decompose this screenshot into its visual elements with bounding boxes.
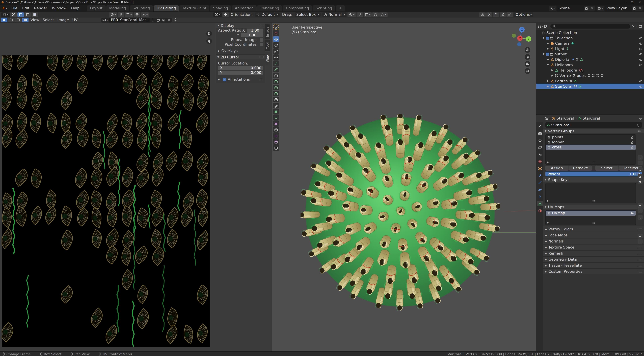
add-workspace-button[interactable]: + bbox=[336, 5, 345, 11]
panel-face-maps[interactable]: ▶Face Maps∷∷ bbox=[544, 232, 644, 238]
pixel-coords-checkbox[interactable] bbox=[260, 43, 263, 46]
uv-snap-target-icon[interactable]: ▾ bbox=[125, 13, 133, 17]
workspace-tab-compositing[interactable]: Compositing bbox=[283, 5, 312, 11]
outliner-row-porites[interactable]: ▶Porites bbox=[536, 78, 644, 84]
aspect-y-field[interactable]: 1.00 bbox=[241, 33, 263, 37]
uv-sidebar-tab-image[interactable]: Image bbox=[265, 24, 270, 40]
breadcrumb-data-name[interactable]: StarCoral bbox=[582, 116, 600, 120]
image-unlink-icon[interactable]: ✕ bbox=[166, 18, 172, 22]
outliner-row-camera[interactable]: ▶Camera bbox=[536, 41, 644, 46]
uv-select-new-icon[interactable] bbox=[17, 13, 24, 17]
uv-pan-icon[interactable] bbox=[206, 38, 212, 44]
outliner-row-heliopora[interactable]: ▼Heliopora bbox=[536, 62, 644, 68]
uv-menu-select[interactable]: Select bbox=[41, 18, 56, 22]
cursor-y-field[interactable]: Y0.000 bbox=[218, 71, 263, 75]
viewport-zoom-icon[interactable] bbox=[524, 47, 530, 53]
tool-scale[interactable] bbox=[273, 48, 279, 54]
remove-button[interactable]: Remove bbox=[569, 165, 592, 170]
tool-measure[interactable] bbox=[273, 67, 279, 72]
minimize-button[interactable]: ─ bbox=[621, 0, 628, 5]
options-dropdown[interactable]: Options▾ bbox=[514, 13, 533, 17]
move-group-up-button[interactable]: ▲ bbox=[638, 174, 643, 179]
properties-tab-physics[interactable] bbox=[536, 187, 543, 192]
new-scene-icon[interactable] bbox=[584, 6, 590, 10]
tool-rip-region[interactable] bbox=[273, 145, 279, 151]
image-new-icon[interactable] bbox=[156, 18, 161, 22]
uv-edge-mode-button[interactable] bbox=[15, 18, 22, 22]
uv-select-subtract-icon[interactable] bbox=[31, 13, 38, 17]
properties-tab-object[interactable] bbox=[536, 166, 543, 171]
vp-falloff-icon[interactable]: ▾ bbox=[380, 13, 388, 17]
properties-tab-scene[interactable] bbox=[536, 152, 543, 157]
vertex-group-row-points[interactable]: points bbox=[546, 135, 636, 140]
weight-slider[interactable]: Weight 1.000 bbox=[546, 172, 642, 176]
outliner-row-light[interactable]: ▶Light bbox=[536, 46, 644, 51]
outliner-search-input[interactable] bbox=[550, 24, 630, 28]
transform-pivot-dropdown[interactable]: Normal▾ bbox=[322, 13, 347, 17]
workspace-tab-shading[interactable]: Shading bbox=[210, 5, 231, 11]
image-browse-icon[interactable]: ▾ bbox=[101, 18, 109, 22]
aspect-x-field[interactable]: 1.00 bbox=[247, 28, 263, 32]
properties-tab-render[interactable] bbox=[536, 131, 543, 136]
mesh-name-field[interactable]: ▾ StarCoral bbox=[546, 122, 642, 128]
outliner-row-collection[interactable]: ▼✓Collection bbox=[536, 35, 644, 41]
uv-menu-image[interactable]: Image bbox=[56, 18, 70, 22]
tool-knife[interactable] bbox=[273, 103, 279, 108]
uv-pivot-icon[interactable]: ▾ bbox=[109, 13, 117, 17]
shape-key-specials-button[interactable]: ⌄ bbox=[638, 215, 643, 220]
add-vertex-group-button[interactable]: + bbox=[638, 155, 643, 160]
viewport-pan-icon[interactable] bbox=[524, 54, 530, 60]
vp-pivot-icon[interactable]: ▾ bbox=[348, 13, 356, 17]
outliner-row-heliopora[interactable]: ▶Heliopora3 bbox=[536, 68, 644, 73]
tool-edge-slide[interactable] bbox=[273, 127, 279, 133]
vertex-group-row-cross[interactable]: cross bbox=[546, 145, 636, 150]
workspace-tab-animation[interactable]: Animation bbox=[232, 5, 256, 11]
navigation-gizmo[interactable]: Z X Y bbox=[510, 26, 531, 46]
remove-view-layer-icon[interactable]: ✕ bbox=[638, 6, 643, 11]
properties-tab-material[interactable] bbox=[536, 208, 543, 213]
assign-button[interactable]: Assign bbox=[546, 165, 568, 170]
uv-image-canvas[interactable] bbox=[2, 55, 210, 346]
tool-loop-cut[interactable] bbox=[273, 97, 279, 102]
properties-tab-world[interactable] bbox=[536, 159, 543, 164]
tool-bevel[interactable] bbox=[273, 91, 279, 96]
tool-smooth[interactable] bbox=[273, 121, 279, 127]
collection-checkbox[interactable]: ✓ bbox=[546, 53, 549, 56]
mirror-axis-y[interactable]: Y bbox=[493, 13, 499, 17]
workspace-tab-rendering[interactable]: Rendering bbox=[257, 5, 282, 11]
new-view-layer-icon[interactable] bbox=[632, 6, 638, 10]
hide-in-viewport-icon[interactable] bbox=[639, 63, 643, 67]
remove-vertex-group-button[interactable]: − bbox=[638, 160, 643, 165]
vp-proportional-icon[interactable] bbox=[372, 13, 379, 17]
panel-normals[interactable]: ▶Normals∷∷ bbox=[544, 238, 644, 244]
properties-type-icon[interactable]: ▾ bbox=[545, 116, 550, 120]
add-shape-key-button[interactable]: + bbox=[638, 203, 643, 208]
menu-edit[interactable]: Edit bbox=[20, 6, 32, 11]
uv-menu-uv[interactable]: UV bbox=[70, 18, 79, 22]
uv-snap-icon[interactable] bbox=[118, 13, 124, 17]
add-uv-map-button[interactable]: + bbox=[638, 234, 643, 238]
outliner-filter-icon[interactable]: ▾ bbox=[632, 24, 638, 28]
properties-tab-output[interactable] bbox=[536, 138, 543, 143]
outliner-row-diploria[interactable]: ▶Diploria bbox=[536, 57, 644, 62]
outliner-type-icon[interactable]: ▾ bbox=[538, 24, 543, 28]
hide-in-viewport-icon[interactable] bbox=[639, 36, 643, 40]
mirror-axis-x[interactable]: X bbox=[486, 13, 492, 17]
tool-annotate[interactable] bbox=[273, 60, 279, 66]
workspace-tab-uv-editing[interactable]: UV Editing bbox=[154, 5, 179, 11]
hide-in-viewport-icon[interactable] bbox=[639, 58, 643, 61]
remove-shape-key-button[interactable]: − bbox=[638, 208, 643, 213]
uv-sidebar-tab-view[interactable]: View bbox=[265, 52, 270, 65]
properties-tab-modifiers[interactable] bbox=[536, 173, 543, 178]
panel-texture-space[interactable]: ▶Texture Space∷∷ bbox=[544, 244, 644, 250]
hide-in-viewport-icon[interactable] bbox=[639, 52, 643, 56]
collection-checkbox[interactable]: ✓ bbox=[546, 37, 549, 40]
view-layer-name[interactable]: View Layer bbox=[604, 6, 632, 11]
menu-window[interactable]: Window bbox=[50, 6, 69, 11]
drag-dropdown[interactable]: Select Box▾ bbox=[295, 13, 321, 17]
uv-maps-panel-header[interactable]: ▼UV Maps∷∷ bbox=[544, 204, 644, 209]
workspace-tab-scripting[interactable]: Scripting bbox=[312, 5, 335, 11]
display-panel-header[interactable]: ▼Display∷∷ bbox=[216, 23, 265, 28]
tool-add-cube[interactable] bbox=[273, 73, 279, 78]
tool-shear[interactable] bbox=[273, 139, 279, 145]
